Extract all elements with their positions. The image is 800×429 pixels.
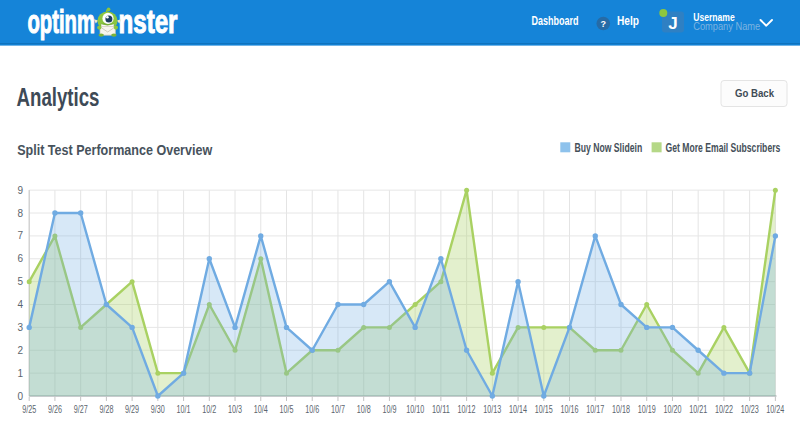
svg-text:9/27: 9/27 xyxy=(74,404,88,415)
svg-text:10/20: 10/20 xyxy=(663,404,681,415)
svg-text:10/24: 10/24 xyxy=(766,404,784,415)
svg-text:Help: Help xyxy=(617,14,639,28)
svg-text:6: 6 xyxy=(17,253,23,264)
svg-text:Buy Now Slidein: Buy Now Slidein xyxy=(574,141,642,155)
svg-text:10/12: 10/12 xyxy=(458,404,476,415)
svg-text:10/2: 10/2 xyxy=(202,404,216,415)
svg-text:10/6: 10/6 xyxy=(305,404,319,415)
svg-text:Dashboard: Dashboard xyxy=(532,14,579,28)
svg-text:10/11: 10/11 xyxy=(432,404,450,415)
svg-text:Go Back: Go Back xyxy=(735,87,774,99)
svg-text:10/10: 10/10 xyxy=(406,404,424,415)
svg-text:0: 0 xyxy=(17,391,23,402)
svg-text:Get More Email Subscribers: Get More Email Subscribers xyxy=(666,141,781,155)
svg-text:Split Test Performance Overvie: Split Test Performance Overview xyxy=(17,142,213,158)
svg-text:9/25: 9/25 xyxy=(22,404,36,415)
svg-text:10/5: 10/5 xyxy=(280,404,294,415)
svg-text:9/26: 9/26 xyxy=(48,404,62,415)
svg-text:10/19: 10/19 xyxy=(638,404,656,415)
svg-text:7: 7 xyxy=(17,230,23,241)
svg-text:Company Name: Company Name xyxy=(693,20,760,32)
svg-text:1: 1 xyxy=(17,368,23,379)
svg-text:J: J xyxy=(668,14,677,33)
svg-text:?: ? xyxy=(601,19,607,29)
svg-text:10/7: 10/7 xyxy=(331,404,345,415)
svg-text:nster: nster xyxy=(119,2,178,40)
svg-text:10/17: 10/17 xyxy=(586,404,604,415)
svg-text:10/8: 10/8 xyxy=(357,404,371,415)
svg-text:optinm: optinm xyxy=(28,2,96,40)
svg-text:2: 2 xyxy=(17,345,23,356)
svg-text:8: 8 xyxy=(17,208,23,219)
svg-text:10/23: 10/23 xyxy=(741,404,759,415)
svg-text:10/14: 10/14 xyxy=(509,404,527,415)
svg-text:Analytics: Analytics xyxy=(17,83,100,111)
svg-text:10/16: 10/16 xyxy=(561,404,579,415)
svg-text:10/9: 10/9 xyxy=(382,404,396,415)
svg-text:5: 5 xyxy=(17,276,23,287)
svg-text:10/21: 10/21 xyxy=(689,404,707,415)
svg-text:10/22: 10/22 xyxy=(715,404,733,415)
svg-text:10/4: 10/4 xyxy=(254,404,268,415)
svg-text:9/30: 9/30 xyxy=(151,404,165,415)
svg-text:9/29: 9/29 xyxy=(125,404,139,415)
svg-text:10/15: 10/15 xyxy=(535,404,553,415)
svg-text:10/18: 10/18 xyxy=(612,404,630,415)
svg-text:10/13: 10/13 xyxy=(483,404,501,415)
svg-text:4: 4 xyxy=(17,299,23,310)
svg-text:10/1: 10/1 xyxy=(177,404,191,415)
svg-text:3: 3 xyxy=(17,322,23,333)
svg-text:10/3: 10/3 xyxy=(228,404,242,415)
svg-text:9/28: 9/28 xyxy=(99,404,113,415)
svg-text:9: 9 xyxy=(17,185,23,196)
